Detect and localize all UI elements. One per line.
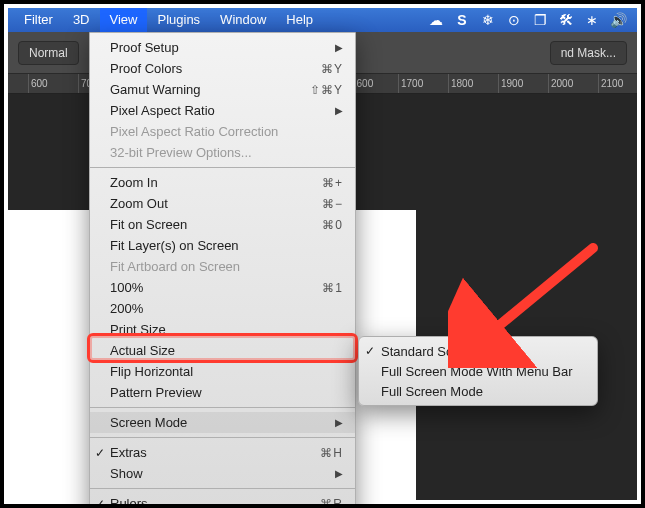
menu-item-label: 200% — [110, 301, 143, 316]
menu-item-flip-horizontal[interactable]: Flip Horizontal — [90, 361, 355, 382]
menu-item-zoom-out[interactable]: Zoom Out⌘− — [90, 193, 355, 214]
menu-shortcut: ⇧⌘Y — [310, 83, 343, 97]
menu-plugins[interactable]: Plugins — [147, 8, 210, 32]
ruler-tick: 2100 — [598, 74, 637, 93]
menu-item-actual-size[interactable]: Actual Size — [90, 340, 355, 361]
menu-separator — [90, 488, 355, 489]
ruler-tick: 0 — [8, 74, 28, 93]
menu-item-fit-on-screen[interactable]: Fit on Screen⌘0 — [90, 214, 355, 235]
menu-item-pixel-aspect-ratio[interactable]: Pixel Aspect Ratio▶ — [90, 100, 355, 121]
menu-item-label: Show — [110, 466, 143, 481]
submenu-item-standard-screen-mode[interactable]: ✓Standard Screen Mode — [359, 341, 597, 361]
menu-item-zoom-in[interactable]: Zoom In⌘+ — [90, 172, 355, 193]
checkmark-icon: ✓ — [365, 344, 375, 358]
windows-icon[interactable]: ❐ — [527, 12, 553, 28]
menu-item-label: 32-bit Preview Options... — [110, 145, 252, 160]
checkmark-icon: ✓ — [95, 497, 105, 509]
menu-item-label: Pixel Aspect Ratio — [110, 103, 215, 118]
menu-filter[interactable]: Filter — [14, 8, 63, 32]
play-icon[interactable]: ⊙ — [501, 12, 527, 28]
submenu-arrow-icon: ▶ — [335, 42, 343, 53]
submenu-item-label: Standard Screen Mode — [381, 344, 515, 359]
cloud-icon[interactable]: ☁ — [423, 12, 449, 28]
menu-item-proof-colors[interactable]: Proof Colors⌘Y — [90, 58, 355, 79]
menu-item-label: Actual Size — [110, 343, 175, 358]
menu-item-label: Zoom In — [110, 175, 158, 190]
menu-shortcut: ⌘R — [320, 497, 343, 509]
menu-shortcut: ⌘H — [320, 446, 343, 460]
submenu-item-label: Full Screen Mode With Menu Bar — [381, 364, 572, 379]
menu-item-32-bit-preview-options: 32-bit Preview Options... — [90, 142, 355, 163]
menu-item-print-size[interactable]: Print Size — [90, 319, 355, 340]
submenu-arrow-icon: ▶ — [335, 417, 343, 428]
menu-item-label: Pattern Preview — [110, 385, 202, 400]
menu-item-label: Proof Setup — [110, 40, 179, 55]
menubar: Filter 3D View Plugins Window Help ☁ S ❄… — [8, 8, 637, 32]
menu-separator — [90, 407, 355, 408]
submenu-arrow-icon: ▶ — [335, 105, 343, 116]
tool-icon[interactable]: 🛠 — [553, 12, 579, 28]
submenu-item-label: Full Screen Mode — [381, 384, 483, 399]
submenu-item-full-screen-mode[interactable]: Full Screen Mode — [359, 381, 597, 401]
menu-item-label: 100% — [110, 280, 143, 295]
menu-item-label: Fit Artboard on Screen — [110, 259, 240, 274]
view-menu-dropdown: Proof Setup▶Proof Colors⌘YGamut Warning⇧… — [89, 32, 356, 508]
menu-shortcut: ⌘− — [322, 197, 343, 211]
menu-item-label: Proof Colors — [110, 61, 182, 76]
menu-item-label: Fit Layer(s) on Screen — [110, 238, 239, 253]
grid-icon[interactable]: ❄ — [475, 12, 501, 28]
menu-item-fit-artboard-on-screen: Fit Artboard on Screen — [90, 256, 355, 277]
menu-item-extras[interactable]: ✓Extras⌘H — [90, 442, 355, 463]
menu-shortcut: ⌘Y — [321, 62, 343, 76]
menu-item-pixel-aspect-ratio-correction: Pixel Aspect Ratio Correction — [90, 121, 355, 142]
menu-shortcut: ⌘+ — [322, 176, 343, 190]
ruler-tick: 1900 — [498, 74, 548, 93]
menu-shortcut: ⌘0 — [322, 218, 343, 232]
menu-item-proof-setup[interactable]: Proof Setup▶ — [90, 37, 355, 58]
menu-item-fit-layer-s-on-screen[interactable]: Fit Layer(s) on Screen — [90, 235, 355, 256]
menu-shortcut: ⌘1 — [322, 281, 343, 295]
menu-item-label: Gamut Warning — [110, 82, 201, 97]
menu-item-label: Print Size — [110, 322, 166, 337]
menu-item-screen-mode[interactable]: Screen Mode▶ — [90, 412, 355, 433]
menu-window[interactable]: Window — [210, 8, 276, 32]
volume-icon[interactable]: 🔊 — [605, 12, 631, 28]
menu-item-label: Fit on Screen — [110, 217, 187, 232]
ruler-tick: 600 — [28, 74, 78, 93]
submenu-item-full-screen-mode-with-menu-bar[interactable]: Full Screen Mode With Menu Bar — [359, 361, 597, 381]
menu-item-label: Extras — [110, 445, 147, 460]
bluetooth-icon[interactable]: ∗ — [579, 12, 605, 28]
menu-item-rulers[interactable]: ✓Rulers⌘R — [90, 493, 355, 508]
menu-item-label: Screen Mode — [110, 415, 187, 430]
menu-item-label: Zoom Out — [110, 196, 168, 211]
ruler-tick: 1700 — [398, 74, 448, 93]
menu-separator — [90, 167, 355, 168]
menu-view[interactable]: View — [100, 8, 148, 32]
screen-mode-submenu: ✓Standard Screen ModeFull Screen Mode Wi… — [358, 336, 598, 406]
menu-item-label: Pixel Aspect Ratio Correction — [110, 124, 278, 139]
menu-3d[interactable]: 3D — [63, 8, 100, 32]
menu-item-200[interactable]: 200% — [90, 298, 355, 319]
mask-button[interactable]: nd Mask... — [550, 41, 627, 65]
ruler-tick: 1800 — [448, 74, 498, 93]
checkmark-icon: ✓ — [95, 446, 105, 460]
menu-item-label: Flip Horizontal — [110, 364, 193, 379]
menu-item-pattern-preview[interactable]: Pattern Preview — [90, 382, 355, 403]
ruler-tick: 2000 — [548, 74, 598, 93]
submenu-arrow-icon: ▶ — [335, 468, 343, 479]
menu-item-label: Rulers — [110, 496, 148, 508]
menu-item-100[interactable]: 100%⌘1 — [90, 277, 355, 298]
blend-mode-select[interactable]: Normal — [18, 41, 79, 65]
menu-help[interactable]: Help — [276, 8, 323, 32]
menu-item-gamut-warning[interactable]: Gamut Warning⇧⌘Y — [90, 79, 355, 100]
s-logo-icon[interactable]: S — [449, 12, 475, 28]
menu-separator — [90, 437, 355, 438]
menu-item-show[interactable]: Show▶ — [90, 463, 355, 484]
